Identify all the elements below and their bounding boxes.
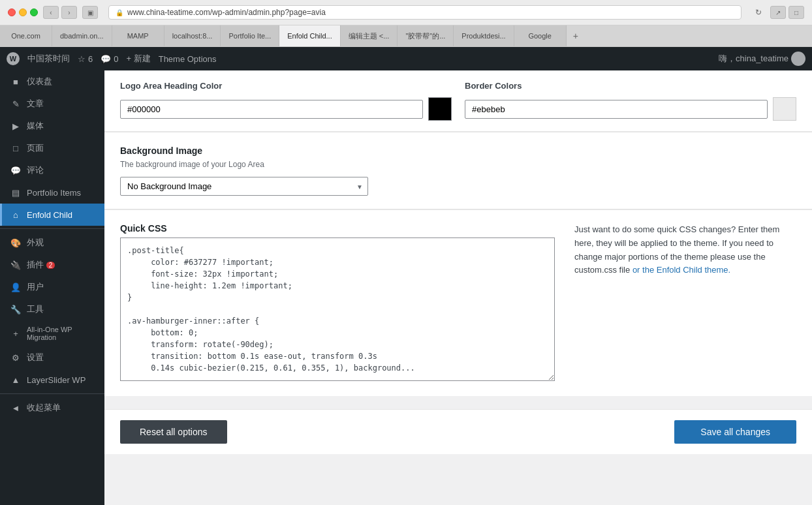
admin-bar-left: W 中国茶时间 ☆ 6 💬 0 + 新建 Theme Options — [7, 52, 217, 65]
sidebar-item-comments[interactable]: 💬 评论 — [0, 159, 104, 181]
logo-heading-color-label: Logo Area Heading Color — [120, 81, 452, 91]
background-image-description: The background image of your Logo Area — [120, 160, 796, 169]
maximize-window-button[interactable] — [30, 8, 38, 16]
comment-icon: 💬 — [10, 164, 22, 176]
sidebar: ■ 仪表盘 ✎ 文章 ▶ 媒体 □ 页面 💬 评论 ▤ Portfolio It… — [0, 70, 104, 505]
migration-icon: + — [10, 328, 22, 339]
sidebar-separator — [0, 228, 104, 229]
page-title-item: Theme Options — [159, 54, 217, 64]
settings-icon: ⚙ — [10, 352, 22, 363]
tab-localhost[interactable]: localhost:8... — [164, 25, 221, 46]
media-icon: ▶ — [10, 120, 22, 132]
updates-item[interactable]: ☆ 6 — [78, 54, 93, 64]
new-label: + 新建 — [126, 53, 150, 65]
appearance-icon: 🎨 — [10, 237, 22, 249]
sidebar-item-pages[interactable]: □ 页面 — [0, 137, 104, 159]
wp-logo[interactable]: W — [7, 52, 20, 65]
forward-button[interactable]: › — [61, 6, 77, 19]
tab-jiaodai[interactable]: "胶带帮"的... — [398, 25, 454, 46]
browser-navigation: ‹ › — [43, 6, 77, 19]
tab-google[interactable]: Google — [514, 25, 567, 46]
sidebar-label-collapse: 收起菜单 — [27, 402, 61, 414]
sidebar-item-collapse[interactable]: ◄ 收起菜单 — [0, 397, 104, 419]
quick-css-left: Quick CSS .post-title{ color: #637277 !i… — [120, 223, 555, 383]
sidebar-label-dashboard: 仪表盘 — [27, 76, 52, 87]
background-image-title: Background Image — [120, 145, 796, 156]
sidebar-item-portfolio[interactable]: ▤ Portfolio Items — [0, 181, 104, 204]
sidebar-separator-2 — [0, 393, 104, 394]
minimize-window-button[interactable] — [19, 8, 27, 16]
logo-heading-color-swatch[interactable] — [428, 97, 452, 121]
sidebar-label-enfold: Enfold Child — [27, 210, 72, 220]
comment-icon: 💬 — [101, 54, 111, 64]
save-all-changes-button[interactable]: Save all changes — [674, 420, 796, 444]
sidebar-item-users[interactable]: 👤 用户 — [0, 276, 104, 298]
sidebar-item-enfold-child[interactable]: ⌂ Enfold Child — [0, 204, 104, 226]
color-fields-section: Logo Area Heading Color Border Colors — [104, 70, 812, 132]
ssl-lock-icon: 🔒 — [116, 9, 123, 16]
new-tab-plus-button[interactable]: + — [567, 31, 585, 41]
tab-one-com[interactable]: One.com — [0, 25, 52, 46]
border-color-input[interactable] — [465, 100, 768, 119]
enfold-child-link[interactable]: or the Enfold Child theme. — [632, 265, 730, 275]
address-bar[interactable]: 🔒 www.china-teatime.com/wp-admin/admin.p… — [108, 5, 742, 20]
quick-css-help-text: Just want to do some quick CSS changes? … — [574, 223, 796, 277]
sidebar-label-media: 媒体 — [27, 120, 44, 132]
footer-actions: Reset all options Save all changes — [104, 409, 812, 454]
sidebar-item-settings[interactable]: ⚙ 设置 — [0, 346, 104, 369]
tab-edit-theme[interactable]: 编辑主题 <... — [341, 25, 398, 46]
plugin-icon: 🔌 — [10, 259, 22, 271]
sidebar-label-users: 用户 — [27, 281, 44, 293]
window-controls — [8, 8, 38, 16]
sidebar-item-plugins[interactable]: 🔌 插件 2 — [0, 254, 104, 276]
dashboard-icon: ■ — [10, 76, 22, 87]
sidebar-item-migration[interactable]: + All-in-One WP Migration — [0, 320, 104, 346]
quick-css-section: Quick CSS .post-title{ color: #637277 !i… — [104, 210, 812, 396]
sidebar-label-pages: 页面 — [27, 142, 44, 154]
close-window-button[interactable] — [8, 8, 16, 16]
browser-chrome: ‹ › ▣ 🔒 www.china-teatime.com/wp-admin/a… — [0, 0, 812, 47]
sidebar-item-appearance[interactable]: 🎨 外观 — [0, 232, 104, 254]
portfolio-icon: ▤ — [10, 187, 22, 198]
comments-count: 0 — [114, 54, 118, 64]
quick-css-title: Quick CSS — [120, 223, 555, 234]
reset-all-options-button[interactable]: Reset all options — [120, 420, 227, 444]
sidebar-label-tools: 工具 — [27, 303, 44, 315]
logo-heading-color-group: Logo Area Heading Color — [120, 81, 452, 121]
sidebar-label-portfolio: Portfolio Items — [27, 188, 81, 198]
comments-item[interactable]: 💬 0 — [101, 54, 118, 64]
sidebar-label-comments: 评论 — [27, 164, 44, 176]
sidebar-label-settings: 设置 — [27, 352, 44, 363]
sidebar-item-posts[interactable]: ✎ 文章 — [0, 93, 104, 115]
quick-css-textarea[interactable]: .post-title{ color: #637277 !important; … — [120, 237, 555, 381]
new-item[interactable]: + 新建 — [126, 53, 150, 65]
border-color-swatch[interactable] — [773, 97, 796, 121]
site-name[interactable]: 中国茶时间 — [27, 53, 70, 65]
tab-mamp[interactable]: MAMP — [112, 25, 164, 46]
sidebar-item-dashboard[interactable]: ■ 仪表盘 — [0, 70, 104, 93]
background-image-select[interactable]: No Background Image — [120, 177, 368, 196]
tab-portfolio[interactable]: Portfolio Ite... — [221, 25, 279, 46]
share-button[interactable]: ↗ — [770, 6, 786, 19]
url-text: www.china-teatime.com/wp-admin/admin.php… — [127, 8, 326, 17]
browser-action-buttons: ↗ □ — [770, 6, 804, 19]
page-title: Theme Options — [159, 54, 217, 64]
browser-tabs: One.com dbadmin.on... MAMP localhost:8..… — [0, 25, 812, 46]
tab-enfold-child[interactable]: Enfold Child... — [279, 25, 340, 46]
window-mode-button[interactable]: ▣ — [82, 6, 98, 19]
background-image-select-wrapper: No Background Image ▼ — [120, 177, 368, 196]
logo-heading-color-input[interactable] — [120, 100, 423, 119]
user-icon: 👤 — [10, 281, 22, 293]
tab-dbadmin[interactable]: dbadmin.on... — [52, 25, 112, 46]
sidebar-item-layerslider[interactable]: ▲ LayerSlider WP — [0, 369, 104, 391]
sidebar-item-tools[interactable]: 🔧 工具 — [0, 298, 104, 320]
sidebar-item-media[interactable]: ▶ 媒体 — [0, 115, 104, 137]
sidebar-label-appearance: 外观 — [27, 237, 44, 249]
new-tab-button[interactable]: □ — [789, 6, 804, 19]
user-greeting[interactable]: 嗨，china_teatime — [719, 52, 805, 66]
back-button[interactable]: ‹ — [43, 6, 59, 19]
updates-count: 6 — [88, 54, 93, 64]
sidebar-label-plugins: 插件 2 — [27, 259, 55, 271]
reload-button[interactable]: ↻ — [752, 6, 765, 19]
tab-produktdesi[interactable]: Produktdesi... — [454, 25, 514, 46]
